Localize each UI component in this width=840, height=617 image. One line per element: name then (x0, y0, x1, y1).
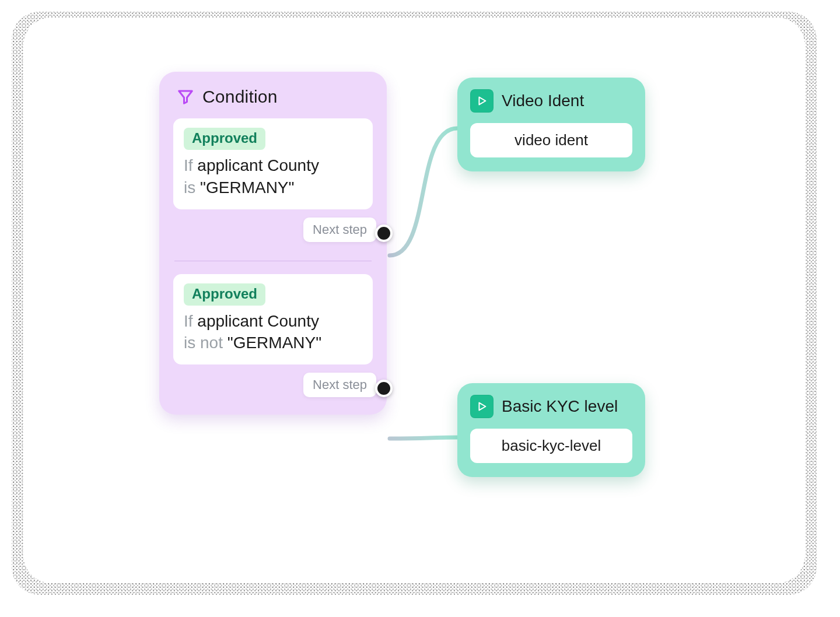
connector-rule1-to-video (390, 128, 457, 255)
condition-header: Condition (173, 87, 373, 107)
status-badge: Approved (184, 128, 265, 150)
diagram-stage: Condition Approved If applicant County i… (0, 0, 840, 617)
rule-subject: applicant County (197, 312, 319, 330)
output-port[interactable] (375, 225, 393, 242)
play-icon (470, 89, 494, 113)
rule-value: "GERMANY" (228, 334, 321, 352)
action-header: Basic KYC level (470, 395, 632, 418)
next-step-label[interactable]: Next step (303, 218, 376, 242)
rule-prefix: If (184, 156, 193, 174)
rule-subject: applicant County (197, 156, 319, 174)
rule-value: "GERMANY" (200, 178, 294, 197)
play-icon (470, 395, 494, 418)
action-value: video ident (470, 123, 632, 157)
diagram-card: Condition Approved If applicant County i… (23, 17, 805, 583)
action-title: Basic KYC level (502, 397, 618, 416)
connectors-layer (23, 17, 805, 583)
rule-divider (174, 261, 372, 261)
connector-rule2-to-basic (390, 437, 457, 439)
rule-expression: If applicant County is not "GERMANY" (184, 310, 362, 355)
rule-expression: If applicant County is "GERMANY" (184, 155, 362, 199)
funnel-icon (177, 88, 194, 106)
action-title: Video Ident (502, 92, 584, 110)
output-port[interactable] (375, 380, 393, 397)
rule-prefix: If (184, 312, 193, 330)
condition-rule[interactable]: Approved If applicant County is not "GER… (173, 274, 373, 365)
condition-node[interactable]: Condition Approved If applicant County i… (159, 72, 387, 415)
status-badge: Approved (184, 283, 265, 306)
action-value: basic-kyc-level (470, 429, 632, 463)
action-node-basic-kyc[interactable]: Basic KYC level basic-kyc-level (457, 383, 645, 477)
action-header: Video Ident (470, 89, 632, 113)
condition-title: Condition (202, 87, 278, 107)
rule-operator: is not (184, 334, 223, 352)
next-step-row: Next step (173, 218, 373, 249)
condition-rule[interactable]: Approved If applicant County is "GERMANY… (173, 118, 373, 209)
action-node-video-ident[interactable]: Video Ident video ident (457, 78, 645, 171)
next-step-label[interactable]: Next step (303, 373, 376, 397)
next-step-row: Next step (173, 373, 373, 404)
rule-operator: is (184, 178, 195, 197)
workflow-canvas[interactable]: Condition Approved If applicant County i… (23, 17, 805, 583)
